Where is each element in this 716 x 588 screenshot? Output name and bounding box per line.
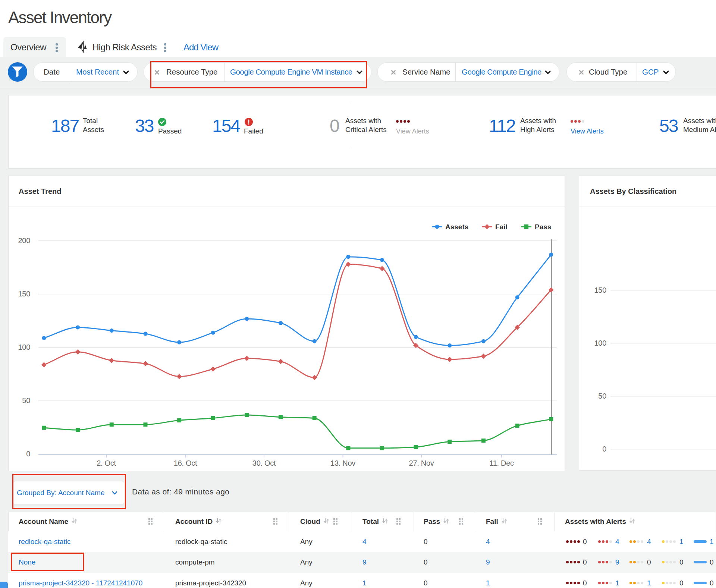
svg-text:13. Nov: 13. Nov [330,459,355,467]
svg-text:27. Nov: 27. Nov [409,459,434,467]
svg-text:50: 50 [598,392,606,400]
svg-text:11. Dec: 11. Dec [489,459,514,467]
svg-text:Pass: Pass [535,223,551,231]
svg-text:100: 100 [594,339,607,347]
svg-text:0: 0 [602,445,606,453]
svg-text:Assets: Assets [445,223,468,231]
svg-text:0: 0 [26,450,30,458]
svg-text:Fail: Fail [495,223,508,231]
svg-text:150: 150 [18,290,31,298]
svg-text:150: 150 [594,286,607,294]
svg-text:50: 50 [22,396,30,405]
svg-text:2. Oct: 2. Oct [97,459,116,467]
svg-text:200: 200 [18,236,31,245]
svg-text:100: 100 [18,343,31,351]
svg-text:16. Oct: 16. Oct [174,459,197,467]
svg-text:30. Oct: 30. Oct [252,459,276,467]
